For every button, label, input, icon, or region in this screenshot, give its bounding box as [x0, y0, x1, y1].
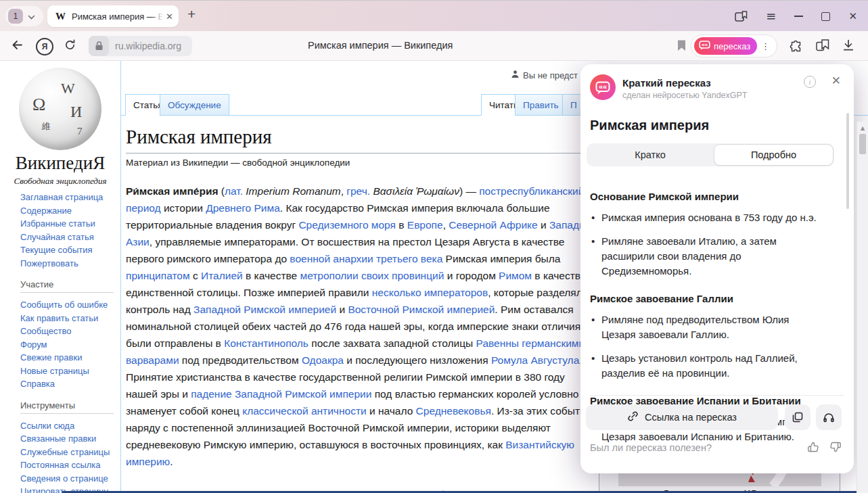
- summary-bullet: Римляне завоевали Италию, а затем расшир…: [590, 234, 824, 279]
- article-link[interactable]: Италией: [201, 270, 243, 281]
- article-link[interactable]: классической античности: [242, 405, 366, 417]
- sidebar-link[interactable]: Служебные страницы: [20, 446, 116, 459]
- article-link[interactable]: падение Западной Римской империи: [191, 388, 371, 400]
- summary-panel: «« Краткий пересказ сделан нейросетью Ya…: [580, 64, 854, 473]
- copy-summary-button[interactable]: [785, 404, 810, 430]
- sidebar-nav-links: Заглавная страницаСодержаниеИзбранные ст…: [20, 191, 116, 270]
- article-link[interactable]: Равенны: [476, 337, 519, 349]
- article-link[interactable]: военной анархии третьего века: [290, 253, 442, 264]
- page-scrollbar[interactable]: ▲ ▼: [856, 122, 868, 493]
- wikipedia-logo[interactable]: Ω W И 維 7: [19, 68, 101, 150]
- article-link[interactable]: принципатом: [126, 270, 190, 281]
- extensions-icon[interactable]: [790, 39, 803, 55]
- thumbs-down-icon[interactable]: [829, 441, 842, 455]
- article-link[interactable]: Средиземного моря: [298, 219, 396, 231]
- sidebar-link[interactable]: Постоянная ссылка: [20, 459, 116, 472]
- text-run: и начало: [367, 405, 416, 417]
- thumbs-up-icon[interactable]: [807, 441, 819, 455]
- tab-strip: 1 W Римская империя — В ✕ + ≡ ✕: [0, 0, 868, 31]
- bookmark-icon[interactable]: [677, 40, 686, 54]
- svg-text:««: ««: [599, 83, 607, 91]
- article-link[interactable]: Средневековья: [416, 405, 491, 417]
- article-link[interactable]: лат.: [225, 185, 243, 197]
- side-panel-icon[interactable]: [735, 11, 748, 22]
- article-link[interactable]: несколько императоров: [372, 287, 488, 298]
- sidebar-link[interactable]: Как править статьи: [20, 312, 116, 325]
- listen-summary-button[interactable]: [816, 404, 842, 430]
- text-run: ,: [443, 219, 449, 231]
- close-window-icon[interactable]: ✕: [848, 10, 857, 22]
- text-run: с: [190, 270, 201, 281]
- page-viewport: Ω W И 維 7 ВикипедиЯ Свободная энциклопед…: [0, 61, 868, 493]
- text-run: Римская империя была: [442, 253, 560, 264]
- new-tab-button[interactable]: +: [187, 6, 196, 22]
- mode-detailed-tab[interactable]: Подробно: [714, 144, 833, 166]
- back-icon[interactable]: [12, 40, 23, 53]
- text-run: под предводительством: [179, 354, 302, 366]
- article-link[interactable]: Европе: [407, 219, 443, 231]
- download-icon[interactable]: [843, 39, 854, 53]
- article-link[interactable]: Древнего Рима: [206, 202, 280, 214]
- article-link[interactable]: Римом: [499, 270, 532, 281]
- participation-header: Участие: [20, 279, 114, 293]
- article-link[interactable]: Ромула Августула: [491, 354, 579, 366]
- wikipedia-wordmark[interactable]: ВикипедиЯ: [0, 153, 120, 174]
- article-link[interactable]: Константинополь: [224, 337, 309, 349]
- panel-scrollbar-thumb[interactable]: [846, 113, 849, 209]
- sidebar-link[interactable]: Случайная статья: [20, 231, 116, 244]
- yandex-home-button[interactable]: Я: [36, 38, 53, 55]
- sidebar-link[interactable]: Справка: [20, 377, 116, 391]
- summary-link-button[interactable]: Ссылка на пересказ: [586, 404, 778, 430]
- user-status[interactable]: Вы не предст: [511, 70, 578, 80]
- address-bar[interactable]: ru.wikipedia.org: [89, 36, 192, 56]
- browser-tab[interactable]: W Римская империя — В ✕: [47, 5, 179, 27]
- person-icon: [511, 70, 520, 80]
- tab-talk[interactable]: Обсуждение: [160, 94, 229, 116]
- article-link[interactable]: Западной Римской империей: [193, 304, 336, 315]
- collections-icon[interactable]: [816, 39, 829, 54]
- sidebar-link[interactable]: Новые страницы: [20, 365, 116, 378]
- scrollbar-thumb[interactable]: [859, 134, 866, 154]
- lock-icon[interactable]: [89, 36, 109, 56]
- scroll-up-icon[interactable]: ▲: [857, 125, 868, 131]
- sidebar-link[interactable]: Свежие правки: [20, 351, 116, 365]
- quote-bubble-icon: ««: [699, 39, 710, 53]
- summary-bullet: Цезарь установил контроль над Галлией, р…: [590, 351, 824, 381]
- sidebar-link[interactable]: Связанные правки: [20, 432, 116, 446]
- sidebar-link[interactable]: Пожертвовать: [20, 257, 116, 271]
- text-run: Βασιλεία Ῥωμαίων: [373, 185, 459, 197]
- sidebar-link[interactable]: Форум: [20, 338, 116, 352]
- sidebar-link[interactable]: Сообщить об ошибке: [20, 298, 116, 312]
- summarize-button[interactable]: «« пересказ: [694, 37, 757, 55]
- tab-edit[interactable]: Править: [515, 94, 567, 116]
- sidebar-link[interactable]: Заглавная страница: [20, 191, 116, 204]
- sidebar-link[interactable]: Текущие события: [20, 243, 116, 257]
- menu-icon[interactable]: ≡: [766, 10, 776, 22]
- sidebar-link[interactable]: Избранные статьи: [20, 217, 116, 231]
- tab-counter[interactable]: 1: [5, 6, 43, 26]
- article-link[interactable]: Восточной Римской империей: [348, 304, 495, 315]
- sidebar-link[interactable]: Сообщество: [20, 325, 116, 338]
- tab-close-icon[interactable]: ✕: [166, 11, 173, 22]
- window-controls: ≡ ✕: [735, 1, 857, 32]
- panel-divider: [590, 395, 844, 396]
- tools-links: Ссылки сюдаСвязанные правкиСлужебные стр…: [20, 419, 116, 493]
- article-title: Римская империя: [126, 126, 597, 154]
- article-link[interactable]: греч.: [346, 185, 370, 197]
- info-icon[interactable]: i: [804, 76, 816, 88]
- minimize-icon[interactable]: [794, 16, 803, 17]
- article-link[interactable]: Северной Африке: [449, 219, 537, 231]
- refresh-icon[interactable]: [64, 39, 76, 53]
- maximize-icon[interactable]: [821, 12, 830, 21]
- sidebar-link[interactable]: Ссылки сюда: [20, 419, 116, 433]
- close-panel-icon[interactable]: ✕: [831, 74, 841, 88]
- article-link[interactable]: Одоакра: [302, 354, 344, 366]
- page-title: Римская империя — Википедия: [308, 40, 453, 51]
- summary-bullet: Римская империя основана в 753 году до н…: [590, 210, 824, 225]
- article-link[interactable]: метрополии своих провинций: [300, 270, 444, 281]
- sidebar-link[interactable]: Содержание: [20, 204, 116, 218]
- kebab-menu-icon[interactable]: ⋮: [761, 41, 770, 51]
- mode-brief-tab[interactable]: Кратко: [587, 143, 714, 166]
- sidebar-link[interactable]: Сведения о странице: [20, 472, 116, 486]
- url-text: ru.wikipedia.org: [115, 41, 181, 51]
